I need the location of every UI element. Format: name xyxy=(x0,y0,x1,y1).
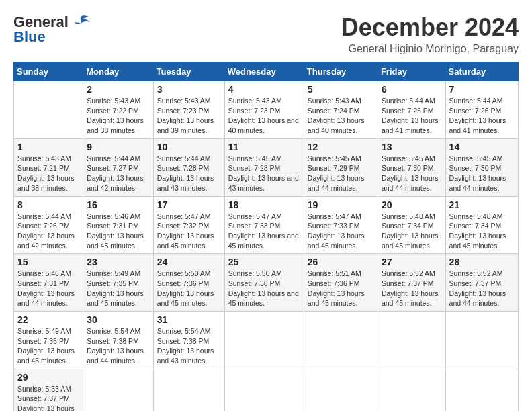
day-number: 29 xyxy=(17,372,79,383)
calendar-cell: 23Sunrise: 5:49 AMSunset: 7:35 PMDayligh… xyxy=(83,254,153,312)
calendar-cell: 18Sunrise: 5:47 AMSunset: 7:33 PMDayligh… xyxy=(224,196,304,254)
day-info: Sunrise: 5:54 AMSunset: 7:38 PMDaylight:… xyxy=(87,327,144,365)
calendar-cell: 26Sunrise: 5:51 AMSunset: 7:36 PMDayligh… xyxy=(304,254,378,312)
calendar-cell: 15Sunrise: 5:46 AMSunset: 7:31 PMDayligh… xyxy=(14,254,83,312)
calendar-cell: 22Sunrise: 5:49 AMSunset: 7:35 PMDayligh… xyxy=(14,312,83,369)
day-info: Sunrise: 5:46 AMSunset: 7:31 PMDaylight:… xyxy=(87,212,144,250)
calendar-body: 2Sunrise: 5:43 AMSunset: 7:22 PMDaylight… xyxy=(14,81,519,412)
day-info: Sunrise: 5:51 AMSunset: 7:36 PMDaylight:… xyxy=(308,269,365,307)
day-info: Sunrise: 5:43 AMSunset: 7:21 PMDaylight:… xyxy=(17,154,75,192)
day-info: Sunrise: 5:45 AMSunset: 7:29 PMDaylight:… xyxy=(308,154,365,192)
calendar-cell: 24Sunrise: 5:50 AMSunset: 7:36 PMDayligh… xyxy=(153,254,224,312)
day-info: Sunrise: 5:45 AMSunset: 7:30 PMDaylight:… xyxy=(449,154,506,192)
calendar-cell: 28Sunrise: 5:52 AMSunset: 7:37 PMDayligh… xyxy=(445,254,518,312)
day-number: 8 xyxy=(17,199,79,210)
calendar-cell: 16Sunrise: 5:46 AMSunset: 7:31 PMDayligh… xyxy=(83,196,153,254)
day-number: 6 xyxy=(382,84,442,95)
day-info: Sunrise: 5:45 AMSunset: 7:28 PMDaylight:… xyxy=(228,154,299,192)
day-number: 3 xyxy=(157,84,221,95)
day-number: 10 xyxy=(157,142,221,152)
day-info: Sunrise: 5:43 AMSunset: 7:22 PMDaylight:… xyxy=(87,97,144,134)
day-number: 4 xyxy=(228,84,300,95)
calendar-week-row: 8Sunrise: 5:44 AMSunset: 7:26 PMDaylight… xyxy=(14,196,519,254)
calendar-week-row: 1Sunrise: 5:43 AMSunset: 7:21 PMDaylight… xyxy=(14,138,519,196)
day-info: Sunrise: 5:52 AMSunset: 7:37 PMDaylight:… xyxy=(449,269,506,307)
day-number: 7 xyxy=(449,84,515,95)
logo: General Blue xyxy=(13,13,91,46)
calendar-cell: 9Sunrise: 5:44 AMSunset: 7:27 PMDaylight… xyxy=(83,138,153,196)
day-number: 27 xyxy=(382,257,442,267)
calendar-cell xyxy=(224,312,304,369)
calendar-cell: 7Sunrise: 5:44 AMSunset: 7:26 PMDaylight… xyxy=(445,81,518,139)
calendar-cell: 4Sunrise: 5:43 AMSunset: 7:23 PMDaylight… xyxy=(224,81,304,139)
logo-bird-icon xyxy=(71,14,91,30)
calendar-cell: 10Sunrise: 5:44 AMSunset: 7:28 PMDayligh… xyxy=(153,138,224,196)
day-info: Sunrise: 5:52 AMSunset: 7:37 PMDaylight:… xyxy=(382,269,439,307)
day-info: Sunrise: 5:49 AMSunset: 7:35 PMDaylight:… xyxy=(17,327,75,365)
day-info: Sunrise: 5:47 AMSunset: 7:32 PMDaylight:… xyxy=(157,212,214,250)
calendar-cell: 29Sunrise: 5:53 AMSunset: 7:37 PMDayligh… xyxy=(14,369,83,411)
day-number: 22 xyxy=(17,314,79,325)
day-info: Sunrise: 5:53 AMSunset: 7:37 PMDaylight:… xyxy=(17,385,75,411)
day-info: Sunrise: 5:44 AMSunset: 7:28 PMDaylight:… xyxy=(157,154,214,192)
day-info: Sunrise: 5:45 AMSunset: 7:30 PMDaylight:… xyxy=(382,154,439,192)
day-info: Sunrise: 5:47 AMSunset: 7:33 PMDaylight:… xyxy=(228,212,299,250)
calendar-week-row: 29Sunrise: 5:53 AMSunset: 7:37 PMDayligh… xyxy=(14,369,519,411)
day-info: Sunrise: 5:46 AMSunset: 7:31 PMDaylight:… xyxy=(17,269,75,307)
calendar-cell xyxy=(445,312,518,369)
month-title: December 2024 xyxy=(341,13,519,42)
calendar-cell xyxy=(14,81,83,139)
day-info: Sunrise: 5:43 AMSunset: 7:23 PMDaylight:… xyxy=(157,97,214,134)
logo-blue-text: Blue xyxy=(13,28,46,46)
day-number: 24 xyxy=(157,257,221,267)
location-subtitle: General Higinio Morinigo, Paraguay xyxy=(341,43,519,55)
title-area: December 2024 General Higinio Morinigo, … xyxy=(341,13,519,55)
day-info: Sunrise: 5:43 AMSunset: 7:23 PMDaylight:… xyxy=(228,97,299,134)
day-info: Sunrise: 5:47 AMSunset: 7:33 PMDaylight:… xyxy=(308,212,365,250)
calendar-cell: 2Sunrise: 5:43 AMSunset: 7:22 PMDaylight… xyxy=(83,81,153,139)
day-number: 2 xyxy=(87,84,149,95)
calendar-cell: 19Sunrise: 5:47 AMSunset: 7:33 PMDayligh… xyxy=(304,196,378,254)
calendar-week-row: 2Sunrise: 5:43 AMSunset: 7:22 PMDaylight… xyxy=(14,81,519,139)
day-number: 19 xyxy=(308,199,374,210)
calendar-cell xyxy=(378,312,445,369)
calendar-cell: 11Sunrise: 5:45 AMSunset: 7:28 PMDayligh… xyxy=(224,138,304,196)
calendar-cell: 17Sunrise: 5:47 AMSunset: 7:32 PMDayligh… xyxy=(153,196,224,254)
calendar-cell xyxy=(445,369,518,411)
day-info: Sunrise: 5:44 AMSunset: 7:26 PMDaylight:… xyxy=(449,97,506,134)
day-info: Sunrise: 5:44 AMSunset: 7:26 PMDaylight:… xyxy=(17,212,75,250)
day-number: 18 xyxy=(228,199,300,210)
day-info: Sunrise: 5:50 AMSunset: 7:36 PMDaylight:… xyxy=(157,269,214,307)
day-info: Sunrise: 5:44 AMSunset: 7:27 PMDaylight:… xyxy=(87,154,144,192)
calendar-header-row: SundayMondayTuesdayWednesdayThursdayFrid… xyxy=(14,62,519,81)
day-number: 30 xyxy=(87,314,149,325)
calendar-cell: 31Sunrise: 5:54 AMSunset: 7:38 PMDayligh… xyxy=(153,312,224,369)
day-number: 16 xyxy=(87,199,149,210)
calendar-cell: 27Sunrise: 5:52 AMSunset: 7:37 PMDayligh… xyxy=(378,254,445,312)
day-number: 12 xyxy=(308,142,374,152)
day-info: Sunrise: 5:44 AMSunset: 7:25 PMDaylight:… xyxy=(382,97,439,134)
header-cell-friday: Friday xyxy=(378,62,445,81)
header-cell-monday: Monday xyxy=(83,62,153,81)
day-number: 17 xyxy=(157,199,221,210)
header-cell-saturday: Saturday xyxy=(445,62,518,81)
day-number: 23 xyxy=(87,257,149,267)
calendar-week-row: 15Sunrise: 5:46 AMSunset: 7:31 PMDayligh… xyxy=(14,254,519,312)
calendar-cell xyxy=(83,369,153,411)
day-number: 15 xyxy=(17,257,79,267)
day-info: Sunrise: 5:48 AMSunset: 7:34 PMDaylight:… xyxy=(449,212,506,250)
day-number: 1 xyxy=(17,142,79,152)
calendar-cell xyxy=(378,369,445,411)
day-number: 31 xyxy=(157,314,221,325)
calendar-cell: 14Sunrise: 5:45 AMSunset: 7:30 PMDayligh… xyxy=(445,138,518,196)
day-info: Sunrise: 5:50 AMSunset: 7:36 PMDaylight:… xyxy=(228,269,299,307)
calendar-cell xyxy=(224,369,304,411)
day-info: Sunrise: 5:48 AMSunset: 7:34 PMDaylight:… xyxy=(382,212,439,250)
day-number: 14 xyxy=(449,142,515,152)
day-number: 5 xyxy=(308,84,374,95)
day-number: 28 xyxy=(449,257,515,267)
calendar-cell: 13Sunrise: 5:45 AMSunset: 7:30 PMDayligh… xyxy=(378,138,445,196)
calendar-cell: 12Sunrise: 5:45 AMSunset: 7:29 PMDayligh… xyxy=(304,138,378,196)
day-number: 21 xyxy=(449,199,515,210)
header-cell-thursday: Thursday xyxy=(304,62,378,81)
